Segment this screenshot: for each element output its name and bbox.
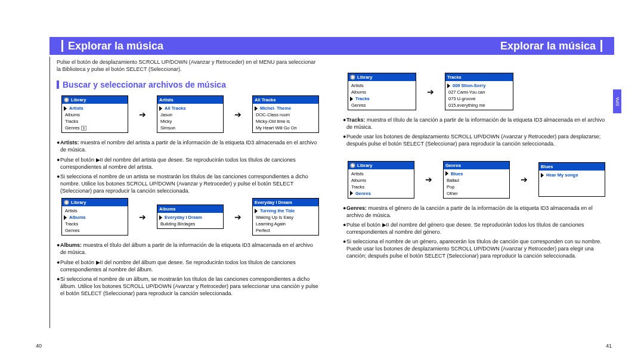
list-item: Tracks <box>64 118 126 125</box>
screen-title-text: Albums <box>159 206 176 212</box>
screen-library: Library Artists Albums Tracks Genres <box>348 73 416 110</box>
list-item: Micky <box>159 118 221 125</box>
list-item: Micky-Old time is <box>255 118 317 125</box>
intro-text: Pulse el botón de desplazamiento SCROLL … <box>57 58 319 73</box>
bullet-text: muestra el nombre del artista a partir d… <box>60 140 317 153</box>
screen-title-text: Library <box>71 97 86 103</box>
list-item: Albums <box>68 214 87 221</box>
list-item: Learning Again <box>255 221 317 227</box>
screen-row-artists: Library Artists Albums Tracks Genres3 ➔ … <box>61 95 319 133</box>
screen-title-text: Tracks <box>447 75 462 80</box>
page-number-left: 40 <box>36 343 42 349</box>
arrow-right-icon: ➔ <box>427 87 434 97</box>
screen-row-albums: Library Artists Albums Tracks Genres ➔ A… <box>61 198 319 236</box>
bullet-block-artists: ●Artists: muestra el nombre del artista … <box>57 139 319 194</box>
bullet-lead: Albums: <box>60 242 82 248</box>
bullet-lead: Artists: <box>60 140 79 145</box>
screen-row-tracks: Library Artists Albums Tracks Genres ➔ T… <box>348 73 605 110</box>
list-item: Genres <box>354 190 372 197</box>
header-bar: Explorar la música Explorar la música <box>49 37 614 55</box>
list-item: Albums <box>64 111 126 118</box>
bullet-block-tracks: ●Tracks: muestra el título de la canción… <box>343 116 605 148</box>
disc-icon <box>350 75 355 80</box>
section-heading: Buscar y seleccionar archivos de música <box>63 80 226 89</box>
list-item: Tracks <box>354 95 371 102</box>
bullet-text: muestra el título de la canción a partir… <box>346 117 605 130</box>
list-item: 073 U-groove <box>447 95 511 102</box>
arrow-right-icon: ➔ <box>425 175 432 184</box>
list-item: Artists <box>68 105 85 111</box>
pointer-icon <box>445 171 448 176</box>
bullet-text: Pulse el botón ▶II del nombre del artist… <box>60 156 319 171</box>
pointer-icon <box>159 215 162 220</box>
arrow-right-icon: ➔ <box>139 110 146 119</box>
list-item: All Tracks <box>163 105 187 111</box>
list-item: Pop <box>445 184 507 190</box>
pointer-icon <box>64 106 67 111</box>
list-item: Jason <box>159 111 221 118</box>
arrow-right-icon: ➔ <box>139 212 146 222</box>
screen-album-tracks: Everyday I Dream Turning the Tide Waking… <box>252 198 319 236</box>
right-column: Library Artists Albums Tracks Genres ➔ T… <box>343 58 605 262</box>
arrow-right-icon: ➔ <box>234 212 242 222</box>
pointer-icon <box>159 106 162 111</box>
pointer-icon <box>447 83 450 88</box>
list-item: Tracks <box>64 221 126 227</box>
list-item: Artists <box>350 82 414 89</box>
screen-artists: Artists All Tracks Jason Micky Simson <box>157 95 224 133</box>
screen-title-text: Everyday I Dream <box>255 200 292 205</box>
list-item: 015.everything me <box>447 102 511 109</box>
list-item: Albums <box>350 89 414 95</box>
pointer-icon <box>350 191 353 196</box>
screen-library: Library Artists Albums Tracks Genres3 <box>61 95 128 133</box>
bullet-lead: Genres: <box>346 205 367 211</box>
bullet-block-genres: ●Genres: muestra el género de la canción… <box>343 205 605 260</box>
list-item: DOC-Class room <box>255 111 317 118</box>
list-item: Waking Up Is Easy <box>255 214 317 221</box>
list-item: My Heart Will Go On <box>255 125 317 131</box>
pointer-icon <box>255 106 258 111</box>
count-box: 3 <box>81 126 86 131</box>
arrow-right-icon: ➔ <box>521 175 528 184</box>
list-item: 027 Cami-You can <box>447 89 511 95</box>
section-title: Buscar y seleccionar archivos de música <box>57 80 319 89</box>
list-item: Other <box>445 190 507 197</box>
screen-genres: Genres Blues Ballad Pop Other <box>443 161 510 199</box>
list-item: Everyday I Dream <box>163 214 203 221</box>
bullet-lead: Tracks: <box>346 117 366 123</box>
pointer-icon <box>541 173 544 178</box>
pointer-icon <box>350 97 353 101</box>
screen-title-text: Library <box>71 200 86 205</box>
screen-albums: Albums Everyday I Dream Building Birdage… <box>157 205 224 229</box>
left-column: Pulse el botón de desplazamiento SCROLL … <box>57 58 319 299</box>
screen-alltracks: All Tracks Michel- Theme DOC-Class room … <box>252 95 319 133</box>
bullet-text: Puede usar los botones de desplazamiento… <box>346 133 605 147</box>
list-item: 009 Stion-Sorry <box>451 82 487 89</box>
header-title-right: Explorar la música <box>500 40 596 52</box>
header-pipe-icon <box>61 40 63 52</box>
bullet-block-albums: ●Albums: muestra el título del álbum a p… <box>57 241 319 297</box>
list-item: Building Birdages <box>159 221 221 227</box>
screen-title-text: Artists <box>159 97 174 103</box>
screen-library: Library Artists Albums Tracks Genres <box>348 161 414 199</box>
list-item: Albums <box>350 177 412 184</box>
bullet-text: Pulse el botón ▶II del nombre del álbum … <box>60 259 319 273</box>
header-pipe-icon <box>600 40 602 52</box>
language-tab: SPA <box>613 89 621 113</box>
list-item: Simson <box>159 125 221 131</box>
list-item: Hear My songs <box>545 172 579 178</box>
bullet-text: Si selecciona el nombre de un álbum, se … <box>60 275 319 297</box>
margin-rule <box>49 57 50 328</box>
pointer-icon <box>64 215 67 220</box>
screen-title-text: Blues <box>541 164 553 169</box>
disc-icon <box>64 200 69 205</box>
bullet-text: muestra el género de la canción a partir… <box>346 205 593 218</box>
screen-genre-tracks: Blues Hear My songs <box>538 162 605 197</box>
screen-title-text: Genres <box>445 163 461 168</box>
list-item: Turning the Tide <box>259 207 296 214</box>
disc-icon <box>64 97 69 103</box>
header-title-left: Explorar la música <box>68 40 163 52</box>
screen-row-genres: Library Artists Albums Tracks Genres ➔ G… <box>348 161 605 199</box>
screen-library: Library Artists Albums Tracks Genres <box>61 198 128 236</box>
disc-icon <box>350 163 355 168</box>
